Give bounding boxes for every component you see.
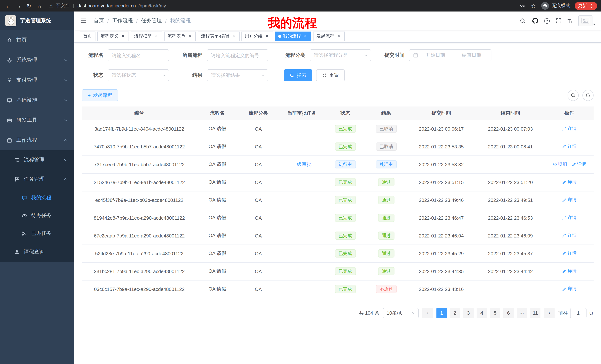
process-name-input[interactable] xyxy=(108,49,169,61)
current-task-link[interactable]: 一级审批 xyxy=(292,161,311,167)
browser-forward-button[interactable]: → xyxy=(14,1,23,10)
search-button[interactable] xyxy=(520,18,526,24)
help-button[interactable]: ? xyxy=(544,18,550,24)
sidebar-item-dev-tools[interactable]: 研发工具 xyxy=(0,110,74,130)
browser-reload-button[interactable]: ↻ xyxy=(25,1,33,10)
tab[interactable]: 流程定义× xyxy=(97,31,129,41)
tab-close-icon[interactable]: × xyxy=(336,34,341,39)
detail-button[interactable]: 详情 xyxy=(562,286,576,292)
tab-close-icon[interactable]: × xyxy=(231,34,236,39)
process-id-cell: 03c6c157-7b9a-11ec-a290-acde48001122 xyxy=(82,280,197,298)
page-size-select[interactable]: 10条/页 xyxy=(383,308,419,318)
pager-ellipsis[interactable]: ••• xyxy=(517,308,527,318)
fullscreen-button[interactable] xyxy=(555,18,562,24)
next-page-button[interactable]: › xyxy=(544,308,555,318)
breadcrumb-home[interactable]: 首页 xyxy=(94,18,104,24)
prev-page-button[interactable]: ‹ xyxy=(422,308,433,318)
page-button[interactable]: 2 xyxy=(450,308,460,318)
cancel-button[interactable]: 取消 xyxy=(552,161,567,168)
detail-button[interactable]: 详情 xyxy=(562,250,576,257)
app-logo[interactable]: 芋道管理系统 xyxy=(0,11,74,30)
breadcrumb-workflow[interactable]: 工作流程 xyxy=(112,18,133,24)
user-avatar-menu[interactable]: ▾ xyxy=(578,15,595,26)
result-select[interactable]: 请选择流结果 xyxy=(207,69,268,81)
tab-label: 我的流程 xyxy=(283,33,301,39)
browser-back-button[interactable]: ← xyxy=(4,1,13,10)
sidebar-item-workflow[interactable]: 工作流程 xyxy=(0,130,74,150)
github-link[interactable] xyxy=(532,18,539,24)
tab[interactable]: 流程表单-编辑× xyxy=(198,31,240,41)
detail-button[interactable]: 详情 xyxy=(562,179,576,185)
detail-button[interactable]: 详情 xyxy=(562,215,576,221)
detail-button[interactable]: 详情 xyxy=(562,144,576,150)
tab[interactable]: 首页 xyxy=(80,31,95,41)
tab-close-icon[interactable]: × xyxy=(120,34,126,39)
date-range-picker[interactable]: 开始日期 - 结束日期 xyxy=(409,49,491,61)
detail-button[interactable]: 详情 xyxy=(571,161,586,168)
sidebar-item-leave-query[interactable]: 请假查询 xyxy=(0,242,74,262)
range-separator: - xyxy=(453,52,454,58)
tab-close-icon[interactable]: × xyxy=(187,34,192,39)
detail-button[interactable]: 详情 xyxy=(562,268,576,274)
tab-close-icon[interactable]: × xyxy=(303,34,308,39)
tab[interactable]: 流程模型× xyxy=(131,31,162,41)
page-button[interactable]: 5 xyxy=(490,308,500,318)
breadcrumb-task-management[interactable]: 任务管理 xyxy=(141,18,162,24)
tab-label: 用户分组 xyxy=(245,33,263,39)
security-warning-icon[interactable]: ⚠ xyxy=(49,3,53,8)
page-button[interactable]: 6 xyxy=(503,308,514,318)
address-bar[interactable]: ⚠ 不安全 | dashboard.yudao.iocoder.cn/bpm/t… xyxy=(49,3,514,9)
sidebar-item-infrastructure[interactable]: 基础设施 xyxy=(0,90,74,110)
result-badge: 通过 xyxy=(378,196,394,204)
process-category-select[interactable]: 请选择流程分类 xyxy=(310,49,371,61)
search-button[interactable]: 搜索 xyxy=(284,69,312,81)
goto-page-input[interactable] xyxy=(570,308,587,318)
page-button[interactable]: 11 xyxy=(530,308,541,318)
tab-close-icon[interactable]: × xyxy=(154,34,159,39)
sidebar-item-home[interactable]: 首页 xyxy=(0,30,74,50)
current-task-cell xyxy=(279,245,325,262)
end-time: 2022-01-22 23:46:53 xyxy=(488,215,533,220)
process-definition-input[interactable] xyxy=(207,49,268,61)
status-select[interactable]: 请选择状态 xyxy=(108,69,169,81)
filter-row-1: 流程名 所属流程 流程分类 请选择流程分类 xyxy=(82,49,594,61)
page-button[interactable]: 3 xyxy=(463,308,474,318)
detail-button[interactable]: 详情 xyxy=(562,232,576,239)
page-button[interactable]: 1 xyxy=(436,308,447,318)
detail-button[interactable]: 详情 xyxy=(562,197,576,203)
edit-icon xyxy=(562,198,566,202)
browser-menu-icon[interactable]: ⋮ xyxy=(589,3,594,9)
omnibox-divider: | xyxy=(73,3,74,8)
tab[interactable]: 用户分组× xyxy=(241,31,273,41)
page-button[interactable]: 4 xyxy=(477,308,487,318)
refresh-table-button[interactable] xyxy=(582,90,594,101)
detail-button[interactable]: 详情 xyxy=(562,126,576,132)
toggle-search-button[interactable] xyxy=(568,90,579,101)
sidebar-item-task-management[interactable]: 任务管理 xyxy=(0,170,74,189)
sidebar-item-system[interactable]: 系统管理 xyxy=(0,50,74,70)
browser-update-button[interactable]: 更新 ⋮ xyxy=(575,2,597,10)
tab[interactable]: 我的流程× xyxy=(275,31,311,41)
font-size-button[interactable]: TT xyxy=(568,18,573,24)
tab[interactable]: 流程表单× xyxy=(164,31,196,41)
sidebar-item-process-management[interactable]: 流程管理 xyxy=(0,150,74,170)
sidebar-toggle-button[interactable] xyxy=(80,17,88,25)
bookmark-star-icon[interactable]: ☆ xyxy=(530,2,537,9)
browser-home-button[interactable]: ⌂ xyxy=(35,1,44,10)
start-process-button[interactable]: + 发起流程 xyxy=(82,89,118,101)
tab-close-icon[interactable]: × xyxy=(264,34,270,39)
sidebar-item-my-process[interactable]: 我的流程 xyxy=(0,189,74,207)
process-name-cell: OA 请假 xyxy=(197,245,238,262)
column-header-status: 状态 xyxy=(325,106,366,120)
tab[interactable]: 发起流程× xyxy=(313,31,345,41)
password-key-icon[interactable] xyxy=(519,2,526,9)
process-category-cell: OA xyxy=(238,191,279,209)
breadcrumb-current: 我的流程 xyxy=(170,18,191,24)
sidebar-item-todo-tasks[interactable]: 待办任务 xyxy=(0,207,74,224)
sidebar-item-done-tasks[interactable]: 已办任务 xyxy=(0,224,74,242)
column-header-result: 结果 xyxy=(366,106,407,120)
sidebar-item-payment[interactable]: ¥ 支付管理 xyxy=(0,70,74,90)
detail-label: 详情 xyxy=(568,197,576,203)
status-badge: 已完成 xyxy=(335,231,356,240)
reset-button[interactable]: 重置 xyxy=(316,69,345,81)
